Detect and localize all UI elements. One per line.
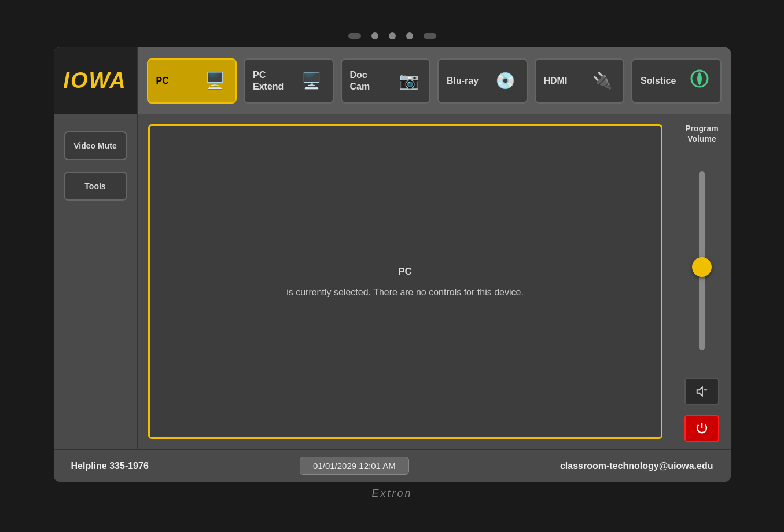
volume-speaker-button[interactable] bbox=[684, 378, 719, 405]
pc-extend-icon: 🖥️ bbox=[299, 71, 325, 90]
top-bar: IOWA PC 🖥️ PCExtend 🖥️ DocCam 📷 Blu-ray … bbox=[54, 47, 731, 114]
volume-slider-track[interactable] bbox=[699, 171, 705, 350]
pagination-dot-4[interactable] bbox=[406, 32, 413, 39]
doc-cam-icon: 📷 bbox=[396, 71, 421, 90]
tools-button[interactable]: Tools bbox=[64, 172, 127, 201]
source-pc-extend-button[interactable]: PCExtend 🖥️ bbox=[244, 58, 334, 104]
helpline-text: Helpline 335-1976 bbox=[71, 461, 149, 471]
pc-icon: 🖥️ bbox=[202, 71, 227, 90]
source-hdmi-label: HDMI bbox=[544, 75, 568, 86]
source-bluray-label: Blu-ray bbox=[447, 75, 479, 86]
pagination-dot-5[interactable] bbox=[424, 33, 436, 39]
pagination-dots bbox=[348, 32, 436, 39]
source-solstice-label: Solstice bbox=[641, 75, 676, 86]
bottom-bar: Helpline 335-1976 01/01/2029 12:01 AM cl… bbox=[54, 449, 731, 482]
pagination-dot-1[interactable] bbox=[348, 33, 361, 39]
source-hdmi-button[interactable]: HDMI 🔌 bbox=[535, 58, 625, 104]
main-panel: IOWA PC 🖥️ PCExtend 🖥️ DocCam 📷 Blu-ray … bbox=[54, 47, 731, 482]
volume-label: ProgramVolume bbox=[685, 123, 719, 144]
footer-brand: Extron bbox=[371, 487, 412, 500]
volume-slider-container bbox=[673, 150, 731, 372]
hdmi-icon: 🔌 bbox=[590, 71, 615, 90]
logo-box: IOWA bbox=[54, 47, 138, 114]
pagination-dot-3[interactable] bbox=[389, 32, 396, 39]
bluray-icon: 💿 bbox=[493, 71, 518, 90]
preview-area: PC is currently selected. There are no c… bbox=[138, 114, 673, 449]
iowa-logo: IOWA bbox=[63, 68, 126, 93]
pagination-dot-2[interactable] bbox=[371, 32, 378, 39]
source-pc-label: PC bbox=[156, 75, 169, 86]
volume-panel: ProgramVolume bbox=[673, 114, 731, 449]
svg-marker-1 bbox=[697, 387, 702, 396]
source-solstice-button[interactable]: Solstice bbox=[631, 58, 722, 104]
email-text: classroom-technology@uiowa.edu bbox=[560, 461, 713, 471]
solstice-icon bbox=[687, 68, 712, 93]
preview-device-name: PC bbox=[398, 261, 412, 282]
source-buttons: PC 🖥️ PCExtend 🖥️ DocCam 📷 Blu-ray 💿 HDM… bbox=[138, 47, 731, 114]
source-doc-cam-label: DocCam bbox=[350, 69, 370, 91]
datetime-display: 01/01/2029 12:01 AM bbox=[300, 457, 409, 475]
volume-slider-thumb[interactable] bbox=[692, 257, 712, 277]
source-pc-extend-label: PCExtend bbox=[253, 69, 284, 91]
preview-message: is currently selected. There are no cont… bbox=[286, 282, 524, 302]
power-button[interactable] bbox=[684, 415, 719, 442]
sidebar: Video Mute Tools bbox=[54, 114, 138, 449]
video-mute-button[interactable]: Video Mute bbox=[64, 131, 127, 160]
source-doc-cam-button[interactable]: DocCam 📷 bbox=[341, 58, 431, 104]
source-pc-button[interactable]: PC 🖥️ bbox=[147, 58, 237, 104]
preview-window: PC is currently selected. There are no c… bbox=[148, 124, 662, 439]
content-area: Video Mute Tools PC is currently selecte… bbox=[54, 114, 731, 449]
source-bluray-button[interactable]: Blu-ray 💿 bbox=[437, 58, 528, 104]
